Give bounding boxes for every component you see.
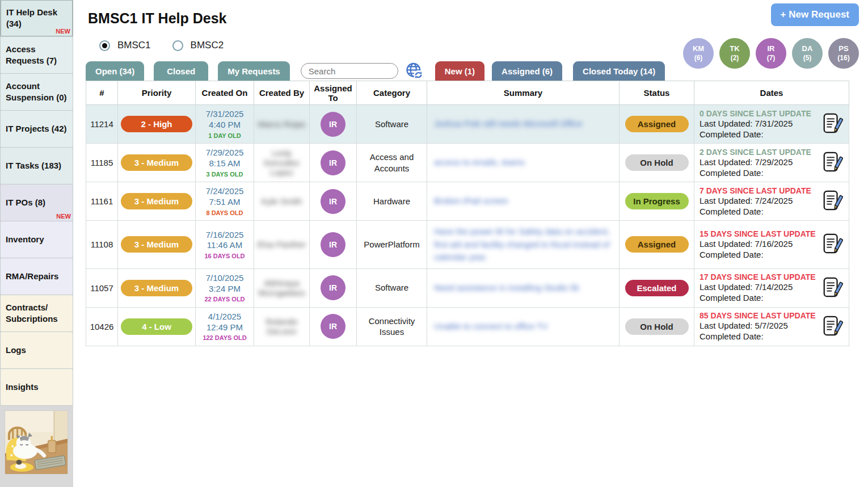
site-radio[interactable]: BMSC2: [172, 40, 224, 51]
ticket-id: 11185: [91, 158, 113, 167]
search-input[interactable]: [301, 63, 398, 79]
assignee-avatar-badge[interactable]: IR(7): [756, 38, 786, 69]
ticket-id: 10426: [90, 322, 114, 331]
completed-date: Completed Date:: [700, 331, 816, 342]
created-date: 7/24/2025: [198, 186, 251, 197]
table-row[interactable]: 10426 4 - Low 4/1/2025 12:49 PM 122 DAYS…: [86, 307, 849, 346]
status-pill: Assigned: [625, 116, 689, 132]
sidebar-item-label: Logs: [6, 345, 26, 356]
column-header: Summary: [427, 81, 620, 105]
tab[interactable]: Closed Today (14): [573, 61, 665, 81]
sidebar-item-label: RMA/Repairs: [6, 271, 58, 282]
sidebar-item-label: IT Help Desk (34): [6, 7, 69, 30]
summary-text: Joshua Pole still needs Microsoft Office: [434, 117, 583, 131]
avatar-initials: TK: [730, 44, 739, 53]
created-date: 7/31/2025: [198, 109, 251, 120]
ticket-age: 8 DAYS OLD: [198, 209, 251, 216]
last-updated: Last Updated: 7/14/2025: [700, 282, 816, 293]
completed-date: Completed Date:: [700, 129, 811, 140]
radio-icon[interactable]: [172, 40, 183, 51]
avatar-initials: KM: [693, 44, 704, 53]
sidebar-item[interactable]: Account Suspension (0): [0, 73, 73, 111]
category: PowerPlatform: [357, 221, 427, 269]
sidebar-item[interactable]: Logs: [0, 331, 73, 369]
assignee-avatar-badge[interactable]: DA(5): [792, 38, 823, 69]
created-time: 11:46 AM: [198, 240, 251, 251]
summary-text: Broken iPad screen: [434, 195, 508, 208]
sidebar-item[interactable]: Insights: [0, 368, 73, 406]
sidebar-item-label: IT Projects (42): [6, 123, 67, 135]
summary-text: Have the power BI for Safety data on acc…: [434, 225, 612, 264]
sidebar-item-label: Insights: [6, 381, 39, 393]
assignee-avatar: IR: [321, 150, 345, 175]
notes-icon[interactable]: [821, 232, 843, 257]
avatar-count: (2): [731, 54, 739, 62]
table-row[interactable]: 11057 3 - Medium 7/10/2025 3:24 PM 22 DA…: [86, 268, 849, 307]
sidebar: IT Help Desk (34)NEWAccess Requests (7)A…: [0, 0, 73, 487]
sidebar-item[interactable]: Contracts/ Subcriptions: [0, 295, 73, 332]
table-row[interactable]: 11161 3 - Medium 7/24/2025 7:51 AM 8 DAY…: [86, 182, 849, 221]
assignee-avatar: IR: [321, 189, 345, 214]
created-date: 7/29/2025: [198, 148, 251, 158]
assignee-avatar-badge[interactable]: PS(16): [828, 38, 859, 69]
ticket-age: 22 DAYS OLD: [198, 296, 251, 303]
tab[interactable]: My Requests: [218, 61, 290, 81]
tickets-table: #PriorityCreated OnCreated ByAssigned To…: [86, 81, 849, 346]
tab[interactable]: Closed: [154, 61, 208, 81]
assignee-avatar: IR: [321, 232, 345, 257]
created-time: 12:49 PM: [198, 322, 251, 333]
sidebar-item[interactable]: IT Help Desk (34)NEW: [0, 0, 73, 37]
priority-pill: 3 - Medium: [121, 193, 192, 209]
assignee-avatar: IR: [321, 314, 345, 339]
table-row[interactable]: 11108 3 - Medium 7/16/2025 11:46 AM 16 D…: [86, 221, 849, 269]
new-request-button[interactable]: + New Request: [771, 3, 859, 26]
days-since-update: 15 DAYS SINCE LAST UPDATE: [700, 229, 816, 239]
table-header-row: #PriorityCreated OnCreated ByAssigned To…: [86, 81, 849, 105]
sidebar-item[interactable]: IT POs (8)NEW: [0, 184, 73, 221]
ticket-age: 122 DAYS OLD: [198, 334, 251, 341]
main-content: BMSC1 IT Help Desk + New Request BMSC1BM…: [73, 0, 868, 487]
created-by: Rolando DeLeon: [266, 317, 298, 336]
assignee-avatar-badge[interactable]: TK(2): [719, 38, 750, 69]
category: Software: [357, 268, 427, 307]
created-time: 7:51 AM: [198, 197, 251, 208]
globe-sync-icon[interactable]: [405, 61, 425, 81]
sidebar-item[interactable]: IT Projects (42): [0, 110, 73, 148]
radio-label: BMSC2: [191, 40, 224, 51]
notes-icon[interactable]: [821, 150, 843, 175]
ticket-id: 11057: [90, 283, 113, 293]
tab[interactable]: New (1): [435, 61, 484, 81]
notes-icon[interactable]: [821, 275, 843, 301]
notes-icon[interactable]: [821, 188, 843, 214]
sidebar-item[interactable]: RMA/Repairs: [0, 258, 73, 295]
column-header: Created By: [254, 81, 310, 105]
sidebar-item-label: IT Tasks (183): [6, 160, 61, 171]
priority-pill: 2 - High: [121, 116, 192, 132]
table-row[interactable]: 11214 2 - High 7/31/2025 4:40 PM 1 DAY O…: [86, 105, 849, 144]
table-row[interactable]: 11185 3 - Medium 7/29/2025 8:15 AM 3 DAY…: [86, 144, 849, 182]
sidebar-item[interactable]: Inventory: [0, 221, 73, 258]
status-pill: On Hold: [625, 154, 689, 171]
sidebar-item-label: Account Suspension (0): [6, 81, 69, 103]
radio-icon[interactable]: [99, 40, 110, 51]
priority-pill: 3 - Medium: [121, 280, 192, 296]
new-badge: NEW: [56, 213, 71, 220]
assignee-avatar-badge[interactable]: KM(6): [683, 38, 714, 69]
site-radio[interactable]: BMSC1: [99, 40, 151, 51]
tab[interactable]: Open (34): [86, 61, 144, 81]
last-updated: Last Updated: 7/31/2025: [700, 119, 811, 129]
notes-icon[interactable]: [821, 314, 843, 339]
days-since-update: 2 DAYS SINCE LAST UPDATE: [700, 147, 811, 157]
sidebar-item[interactable]: IT Tasks (183): [0, 147, 73, 184]
category: Hardware: [357, 182, 427, 221]
status-pill: Escalated: [625, 280, 689, 296]
sidebar-item-label: Inventory: [6, 234, 44, 245]
tab[interactable]: Assigned (6): [492, 61, 562, 81]
notes-icon[interactable]: [821, 111, 843, 137]
ticket-id: 11161: [91, 196, 113, 206]
category: Connectivity Issues: [357, 307, 427, 346]
sidebar-item[interactable]: Access Requests (7): [0, 36, 73, 74]
completed-date: Completed Date:: [700, 207, 811, 217]
created-by: Abhinaya Murugadass: [258, 278, 305, 297]
last-updated: Last Updated: 5/7/2025: [700, 321, 816, 331]
